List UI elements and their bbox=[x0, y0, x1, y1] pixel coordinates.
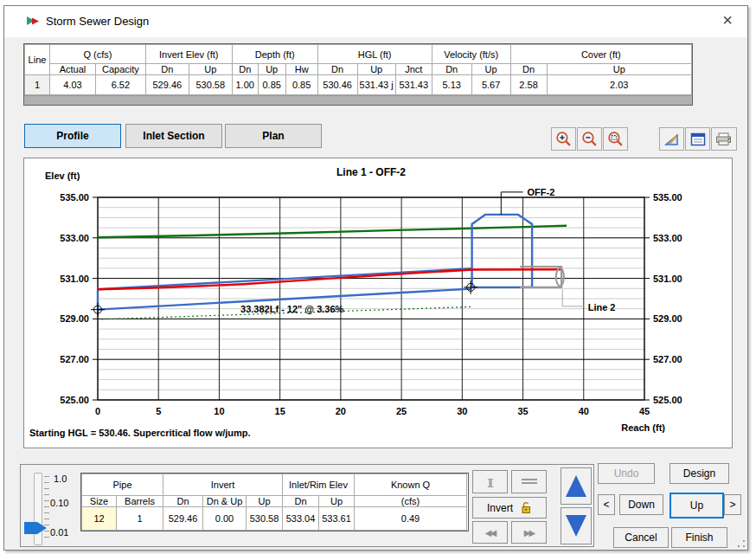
resize-grip[interactable] bbox=[737, 539, 745, 547]
col-subheader: Dn bbox=[232, 64, 258, 75]
col-subheader: Up bbox=[258, 64, 285, 75]
result-cell: 6.52 bbox=[95, 75, 145, 95]
finish-button[interactable]: Finish bbox=[671, 527, 727, 548]
up-triangle-icon bbox=[566, 475, 586, 497]
svg-text:15: 15 bbox=[275, 406, 285, 416]
svg-text:525.00: 525.00 bbox=[60, 395, 89, 405]
svg-text:531.00: 531.00 bbox=[60, 274, 89, 284]
tab-inlet-section[interactable]: Inlet Section bbox=[125, 124, 222, 148]
profile-chart-panel[interactable]: 051015202530354045525.00525.00527.00527.… bbox=[23, 158, 733, 448]
result-cell: 531.43 j bbox=[357, 75, 395, 95]
result-cell: 530.58 bbox=[189, 75, 232, 95]
line2-pipe-cap bbox=[556, 267, 564, 286]
down-line-button[interactable]: Down bbox=[619, 494, 663, 515]
merge-cells-icon: ][ bbox=[488, 477, 492, 487]
design-col-group-header: Pipe bbox=[82, 474, 163, 496]
cancel-button[interactable]: Cancel bbox=[613, 527, 669, 548]
next-line-button[interactable]: > bbox=[724, 494, 741, 515]
up-line-button[interactable]: Up bbox=[670, 493, 724, 519]
profile-tool-button[interactable] bbox=[659, 127, 684, 151]
slider-label-mid: 0.10 bbox=[50, 498, 68, 508]
col-subheader: Capacity bbox=[95, 64, 145, 75]
zoom-window-button[interactable] bbox=[603, 127, 628, 151]
col-subheader: Dn bbox=[317, 64, 357, 75]
design-cell[interactable]: 533.04 bbox=[283, 507, 319, 531]
prev-line-button[interactable]: < bbox=[598, 494, 615, 515]
col-group-header: Depth (ft) bbox=[232, 45, 317, 64]
col-subheader: Up bbox=[547, 64, 691, 75]
print-button[interactable] bbox=[711, 127, 737, 151]
result-cell: 530.46 bbox=[317, 75, 357, 95]
design-col-group-header: Inlet/Rim Elev bbox=[283, 474, 355, 496]
design-cell[interactable]: 0.00 bbox=[203, 507, 247, 531]
svg-text:0: 0 bbox=[95, 406, 100, 416]
print-icon bbox=[714, 131, 734, 148]
merge-cells-button[interactable]: ][ bbox=[472, 470, 508, 493]
col-group-header: HGL (ft) bbox=[317, 45, 432, 64]
structure-label: OFF-2 bbox=[527, 187, 554, 197]
design-cell[interactable]: 1 bbox=[117, 507, 163, 531]
design-cell[interactable]: 0.49 bbox=[355, 507, 467, 531]
line2-leader bbox=[562, 290, 585, 306]
tab-profile[interactable]: Profile bbox=[24, 124, 121, 148]
tab-plan[interactable]: Plan bbox=[225, 124, 322, 148]
col-subheader: Up bbox=[357, 64, 395, 75]
undo-button[interactable]: Undo bbox=[598, 463, 655, 484]
svg-text:533.00: 533.00 bbox=[60, 233, 89, 243]
grid-lines-button[interactable] bbox=[511, 470, 547, 493]
col-subheader: Dn bbox=[432, 64, 471, 75]
slider-handle[interactable] bbox=[24, 522, 47, 534]
design-cell[interactable]: 533.61 bbox=[319, 507, 355, 531]
status-message: Starting HGL = 530.46. Supercritical flo… bbox=[29, 428, 251, 438]
profile-tool-icon bbox=[663, 131, 681, 148]
result-cell: 2.58 bbox=[510, 75, 547, 95]
col-group-header: Velocity (ft/s) bbox=[432, 45, 510, 64]
col-header-line: Line bbox=[25, 45, 50, 75]
zoom-in-button[interactable] bbox=[551, 127, 576, 151]
result-cell: 2.03 bbox=[547, 75, 691, 95]
design-col-group-header: Known Q bbox=[355, 474, 467, 496]
design-table: PipeInvertInlet/Rim ElevKnown QSizeBarre… bbox=[80, 473, 469, 531]
dashed-lines-icon bbox=[522, 478, 537, 486]
zoom-out-button[interactable] bbox=[577, 127, 602, 151]
col-subheader: Dn bbox=[510, 64, 547, 75]
prev-pipe-button[interactable]: ◀◀ bbox=[472, 521, 508, 544]
design-col-subheader: Size bbox=[82, 496, 117, 507]
y-axis-label: Elev (ft) bbox=[45, 171, 80, 181]
chart-title: Line 1 - OFF-2 bbox=[336, 166, 406, 178]
invert-button-label: Invert bbox=[487, 502, 513, 514]
invert-lock-button[interactable]: Invert bbox=[472, 497, 547, 519]
svg-text:527.00: 527.00 bbox=[653, 354, 682, 364]
app-icon bbox=[26, 14, 42, 28]
results-row: 14.036.52529.46530.581.000.850.85530.465… bbox=[25, 75, 692, 95]
result-cell: 5.13 bbox=[432, 75, 471, 95]
design-button[interactable]: Design bbox=[670, 463, 729, 484]
design-cell[interactable]: 12 bbox=[82, 507, 117, 531]
result-cell: 1.00 bbox=[232, 75, 258, 95]
report-button[interactable] bbox=[685, 127, 710, 151]
design-row: 121529.460.00530.58533.04533.610.49 bbox=[82, 507, 467, 531]
next-pipe-button[interactable]: ▶▶ bbox=[511, 521, 547, 544]
svg-text:529.00: 529.00 bbox=[60, 313, 89, 324]
close-button[interactable]: × bbox=[709, 6, 746, 34]
title-bar: Storm Sewer Design × bbox=[4, 6, 747, 37]
design-cell[interactable]: 530.58 bbox=[247, 507, 283, 531]
svg-text:535.00: 535.00 bbox=[60, 192, 89, 203]
result-cell: 0.85 bbox=[285, 75, 317, 95]
lower-invert-button[interactable] bbox=[561, 507, 592, 544]
zoom-out-icon bbox=[580, 130, 599, 148]
svg-text:5: 5 bbox=[156, 406, 161, 416]
report-icon bbox=[689, 131, 707, 148]
raise-invert-button[interactable] bbox=[561, 467, 592, 505]
result-cell: 0.85 bbox=[258, 75, 285, 95]
svg-text:529.00: 529.00 bbox=[653, 313, 682, 324]
design-cell[interactable]: 529.46 bbox=[163, 507, 203, 531]
col-group-header: Q (cfs) bbox=[49, 45, 145, 64]
downstream-line-label: Line 2 bbox=[588, 302, 616, 312]
svg-text:10: 10 bbox=[214, 406, 224, 416]
col-group-header: Cover (ft) bbox=[510, 45, 691, 64]
pipe-size-label: 33.382Lf - 12" @ 3.36% bbox=[240, 304, 344, 314]
design-col-subheader: Dn & Up bbox=[203, 496, 247, 507]
slope-slider-track[interactable] bbox=[34, 473, 42, 545]
zoom-in-icon bbox=[554, 130, 573, 148]
